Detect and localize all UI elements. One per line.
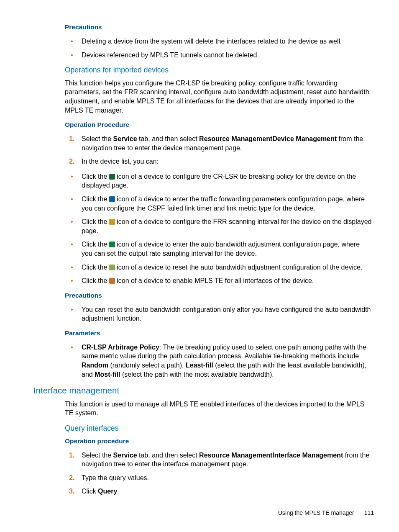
list-item: Click the icon of a device to enter the … (82, 240, 372, 258)
text: icon of a device to enter the auto bandw… (82, 241, 360, 257)
page-footer: Using the MPLS TE manager 111 (278, 509, 374, 517)
precautions-list-1: Deleting a device from the system will d… (65, 37, 372, 59)
enable-mpls-icon (109, 278, 115, 284)
text-bold: Resource Management (199, 135, 272, 142)
text-bold: Interface Management (272, 452, 343, 459)
text-bold: Service (113, 452, 137, 459)
text-bold: Least-fill (186, 362, 213, 369)
procedure-steps-1: Select the Service tab, and then select … (65, 134, 372, 166)
text: (randomly select a path), (108, 362, 186, 369)
text: tab, and then select (137, 135, 200, 142)
text-bold: Query (98, 488, 117, 495)
document-page: Precautions Deleting a device from the s… (0, 0, 399, 532)
heading-query-interfaces: Query interfaces (65, 424, 372, 434)
list-item: Deleting a device from the system will d… (82, 37, 372, 46)
list-item: Click the icon of a device to reset the … (82, 263, 372, 272)
text: Click the (82, 173, 109, 180)
text: Select the (82, 452, 113, 459)
text: Click the (82, 264, 109, 271)
list-item: Click the icon of a device to configure … (82, 217, 372, 235)
body-paragraph: This function is used to manage all MPLS… (65, 400, 372, 418)
text: Click the (82, 277, 109, 284)
list-item: Click Query. (82, 487, 372, 496)
parameters-list: CR-LSP Arbitrage Policy: The tie breakin… (65, 343, 372, 379)
reset-bandwidth-icon (109, 265, 115, 270)
text-bold: CR-LSP Arbitrage Policy (82, 344, 159, 351)
list-item: Click the icon of a device to enter the … (82, 195, 372, 213)
list-item: Select the Service tab, and then select … (82, 451, 372, 469)
text: Click the (82, 241, 109, 248)
list-item: Select the Service tab, and then select … (82, 134, 372, 152)
text: icon of a device to enable MPLS TE for a… (115, 277, 314, 284)
precautions-list-2: You can reset the auto bandwidth configu… (65, 305, 372, 323)
text-bold: Most-fill (95, 371, 120, 378)
text: tab, and then select (137, 452, 200, 459)
procedure-steps-2: Select the Service tab, and then select … (65, 451, 372, 496)
list-item: Type the query values. (82, 473, 372, 483)
action-bullets: Click the icon of a device to configure … (65, 172, 372, 285)
text: icon of a device to enter the traffic fo… (82, 195, 365, 212)
heading-parameters: Parameters (65, 329, 372, 338)
text: Click (82, 488, 98, 495)
heading-precautions-2: Precautions (65, 291, 372, 300)
text-bold: Random (82, 362, 108, 369)
traffic-forward-icon (109, 196, 115, 202)
text: Click the (82, 195, 109, 203)
heading-operations-imported: Operations for imported devices (65, 65, 372, 75)
text: (select the path with the most available… (120, 371, 274, 378)
list-item: In the device list, you can: (82, 157, 372, 166)
text: icon of a device to reset the auto bandw… (115, 264, 362, 271)
text: Select the (82, 135, 113, 142)
page-number: 111 (364, 509, 374, 516)
tie-break-icon (109, 174, 115, 180)
frr-icon (109, 219, 115, 225)
text: icon of a device to configure the CR-LSR… (82, 173, 356, 189)
text: Click the (82, 218, 109, 225)
list-item: Devices referenced by MPLS TE tunnels ca… (82, 51, 372, 60)
text-bold: Device Management (272, 135, 337, 142)
body-paragraph: This function helps you configure the CR… (65, 79, 372, 115)
auto-bandwidth-icon (109, 242, 115, 247)
heading-operation-procedure-2: Operation procedure (65, 437, 372, 446)
list-item: Click the icon of a device to enable MPL… (82, 276, 372, 285)
list-item: You can reset the auto bandwidth configu… (82, 305, 372, 323)
heading-operation-procedure-1: Operation Procedure (65, 121, 372, 129)
list-item: CR-LSP Arbitrage Policy: The tie breakin… (82, 343, 372, 379)
heading-precautions-1: Precautions (65, 23, 372, 32)
footer-text: Using the MPLS TE manager (278, 509, 354, 516)
text: . (117, 488, 119, 495)
text-bold: Resource Management (199, 452, 272, 459)
text-bold: Service (113, 135, 137, 142)
heading-interface-management: Interface management (33, 385, 372, 396)
text: icon of a device to configure the FRR sc… (82, 218, 371, 234)
list-item: Click the icon of a device to configure … (82, 172, 372, 190)
